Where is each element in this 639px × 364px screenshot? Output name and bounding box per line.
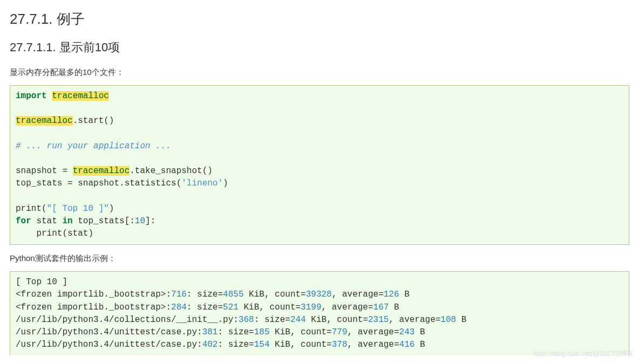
code-text: .start() (73, 116, 114, 126)
output-text: <frozen importlib._bootstrap>: (16, 303, 171, 312)
code-text: top_stats[: (73, 216, 135, 226)
output-text: KiB, count= (306, 315, 368, 325)
output-text: : size= (217, 340, 254, 349)
output-text: B (389, 303, 399, 312)
output-text: : size= (254, 315, 290, 325)
subsection-heading: 27.7.1.1. 显示前10项 (10, 39, 629, 56)
code-text: top_stats = snapshot.statistics( (16, 178, 181, 188)
number: 3199 (301, 303, 321, 312)
output-text: /usr/lib/python3.4/unittest/case.py: (16, 340, 202, 349)
number: 521 (223, 303, 239, 312)
number: 244 (290, 315, 306, 325)
number: 126 (384, 290, 399, 299)
output-text: B (399, 290, 410, 299)
code-text: .take_snapshot() (130, 166, 213, 176)
output-block: [ Top 10 ] <frozen importlib._bootstrap>… (10, 271, 629, 355)
module-highlight: tracemalloc (16, 116, 73, 126)
output-text: /usr/lib/python3.4/unittest/case.py: (16, 327, 202, 337)
code-text: ]: (145, 216, 155, 226)
number: 402 (202, 340, 218, 349)
number-literal: 10 (135, 216, 145, 226)
number: 2315 (368, 315, 389, 325)
code-block-example: import tracemalloc tracemalloc.start() #… (10, 85, 629, 245)
output-text: : size= (217, 327, 254, 337)
code-comment: # ... run your application ... (16, 141, 171, 151)
module-highlight: tracemalloc (52, 91, 109, 101)
number: 716 (171, 290, 187, 299)
code-text: stat (31, 216, 63, 226)
number: 381 (202, 327, 218, 337)
number: 167 (373, 303, 389, 312)
output-text: KiB, count= (270, 327, 332, 337)
number: 4855 (223, 290, 243, 299)
output-text: B (414, 340, 425, 349)
code-text: snapshot = (16, 166, 73, 176)
code-text: ) (223, 178, 228, 188)
module-highlight: tracemalloc (73, 166, 130, 176)
string-literal: "[ Top 10 ]" (47, 204, 109, 214)
number: 378 (332, 340, 348, 349)
keyword-for: for (16, 216, 31, 226)
number: 284 (171, 303, 187, 312)
output-text: : size= (187, 290, 223, 299)
output-text: B (456, 315, 466, 325)
keyword-import: import (16, 91, 47, 101)
number: 108 (440, 315, 456, 325)
output-text: , average= (348, 327, 399, 337)
output-text: /usr/lib/python3.4/collections/__init__.… (16, 315, 239, 325)
output-text: KiB, count= (243, 290, 305, 299)
number: 368 (239, 315, 254, 325)
output-text: [ Top 10 ] (16, 277, 67, 287)
output-text: , average= (348, 340, 399, 349)
number: 154 (254, 340, 270, 349)
output-text: KiB, count= (239, 303, 301, 312)
output-text: , average= (389, 315, 440, 325)
paragraph: 显示内存分配最多的10个文件： (10, 67, 629, 78)
code-text: print( (16, 204, 47, 214)
output-text: <frozen importlib._bootstrap>: (16, 290, 171, 299)
number: 779 (332, 327, 348, 337)
number: 185 (254, 327, 270, 337)
watermark-text: https://blog.csdn.net/@51CTO博客 (534, 349, 634, 359)
output-text: : size= (187, 303, 223, 312)
code-text: ) (109, 204, 114, 214)
code-text: print(stat) (16, 229, 93, 238)
number: 416 (399, 340, 415, 349)
output-text: , average= (322, 303, 373, 312)
keyword-in: in (62, 216, 72, 226)
section-heading: 27.7.1. 例子 (10, 10, 629, 29)
output-text: B (414, 327, 425, 337)
paragraph: Python测试套件的输出示例： (10, 253, 629, 264)
number: 243 (399, 327, 415, 337)
output-text: , average= (332, 290, 384, 299)
output-text: KiB, count= (270, 340, 332, 349)
number: 39328 (306, 290, 332, 299)
string-literal: 'lineno' (181, 178, 223, 188)
